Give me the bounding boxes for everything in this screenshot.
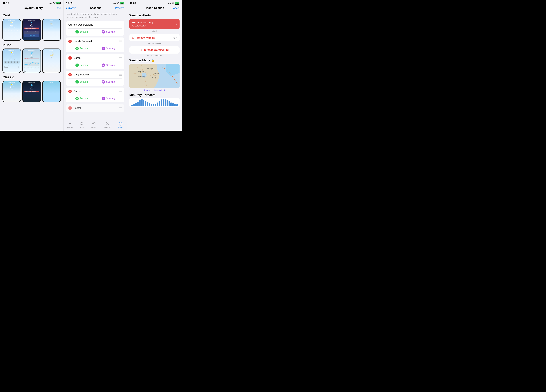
drag-handle-footer[interactable] (119, 107, 122, 109)
spacing-label-4: Spacing (106, 97, 115, 100)
insert-section-panel: 16:09 ▪▪▪▪ 100 Insert Section Cancel Wea… (127, 0, 182, 131)
section-name-footer: Footer (74, 106, 81, 110)
chart-bar (169, 101, 170, 105)
add-section-btn-2[interactable]: + Section (75, 64, 88, 67)
tab-weather[interactable]: Weather (67, 122, 73, 128)
spacing-btn-3[interactable]: Spacing (102, 80, 115, 84)
time-panel1: 16:10 (3, 2, 9, 5)
sections-content: Insert, delete, rearrange, or change spa… (64, 11, 127, 120)
tab-carrot-label: CARROT (104, 127, 110, 128)
remove-daily-btn[interactable] (68, 73, 72, 76)
svg-point-40 (93, 123, 94, 124)
add-section-btn-4[interactable]: + Section (75, 97, 88, 100)
remove-footer-btn[interactable] (68, 106, 72, 110)
wifi-icon3 (172, 2, 174, 4)
wifi-icon (53, 2, 56, 4)
done-button[interactable]: Done (55, 7, 61, 10)
phone-classic-2[interactable]: San Francisco 24° Feels 23° Tornado Warn… (22, 81, 41, 102)
spacing-btn-0[interactable]: Spacing (102, 30, 115, 33)
chart-bar (157, 103, 158, 105)
minutely-chart[interactable] (129, 98, 180, 107)
section-name-cards1: Cards (74, 56, 80, 59)
add-section-label-4: Section (80, 97, 88, 100)
simple-centered-row[interactable]: ⚠ Tornado Warning | +2 (129, 46, 180, 53)
spacing-circle-icon-4 (102, 97, 105, 100)
section-footer: Footer (66, 104, 124, 112)
svg-point-36 (70, 123, 71, 124)
remove-cards1-btn[interactable] (68, 56, 72, 60)
sections-title: Sections (90, 7, 101, 10)
add-section-btn-3[interactable]: + Section (75, 80, 88, 84)
nav-bar-panel1: Layout Gallery Done (0, 6, 63, 11)
tab-maps[interactable]: Maps (80, 122, 84, 128)
phone-inline-3[interactable]: San Fran... 🌙 1 (42, 48, 61, 73)
drag-handle-cards2[interactable] (119, 91, 122, 92)
spacing-btn-4[interactable]: Spacing (102, 97, 115, 100)
gallery-scroll: Card San Francisco 21° Feels 22° Enjoy t… (0, 11, 63, 131)
tab-settings[interactable]: Settings (118, 122, 123, 128)
premium-note: Premium Ultra required (129, 89, 180, 91)
add-section-btn-1[interactable]: + Section (75, 47, 88, 50)
tab-carrot[interactable]: CARROT (104, 122, 110, 128)
remove-cards2-btn[interactable] (68, 90, 72, 93)
simple-justified-count: +2 (173, 37, 176, 39)
insert-content: Weather Alerts Tornado Warning +2 other … (127, 11, 182, 131)
nav-bar-panel2: Classic Sections Preview (64, 6, 127, 11)
classic-section-label: Classic (2, 75, 61, 79)
phone-inline-1[interactable]: San Francisco 21° Feels 22° Helio San Fr… (2, 48, 21, 73)
add-section-btn-0[interactable]: + Section (75, 30, 88, 33)
tornado-warning-card[interactable]: Tornado Warning +2 other alerts › (129, 19, 180, 29)
spacing-btn-1[interactable]: Spacing (102, 47, 115, 50)
back-button[interactable]: Classic (66, 7, 76, 10)
preview-button[interactable]: Preview (115, 7, 124, 10)
add-circle-icon-1: + (75, 47, 79, 50)
alert-card-text: Tornado Warning +2 other alerts (132, 21, 153, 27)
section-cards-2: Cards + Section Spacing (66, 87, 124, 102)
svg-point-4 (12, 52, 13, 53)
phone-card-dark[interactable]: San Francisco 24° Feels 23° Tornado Warn… (22, 19, 41, 41)
battery-icon: 100 (56, 2, 61, 4)
section-name-cards2: Cards (74, 90, 80, 93)
drag-handle-daily[interactable] (119, 74, 122, 76)
status-icons-panel1: ▪▪▪▪ 100 (49, 2, 61, 4)
phone-card-partial[interactable]: San Fran... ⛅ — (42, 19, 61, 41)
section-actions-cards1: + Section Spacing (68, 62, 122, 69)
phone-card-light[interactable]: San Francisco 21° Feels 22° Enjoy this s… (2, 19, 21, 41)
phone-classic-3[interactable]: San Fran... (42, 81, 61, 102)
drag-handle-hourly[interactable] (119, 40, 122, 42)
remove-hourly-btn[interactable] (68, 40, 72, 43)
weather-maps-header: Weather Maps (129, 59, 150, 62)
chart-bar (172, 103, 174, 105)
status-icons-panel2: ▪▪▪▪ 100 (113, 2, 124, 4)
weather-map[interactable]: Santa Rosa Sacramento San Francisco Stoc… (129, 64, 180, 88)
spacing-circle-icon-1 (102, 47, 105, 50)
drag-handle-cards1[interactable] (119, 57, 122, 59)
tab-locations[interactable]: Locations (91, 122, 97, 128)
card-phone-row: San Francisco 21° Feels 22° Enjoy this s… (2, 19, 61, 41)
svg-point-6 (31, 52, 32, 53)
status-bar-panel2: 16:09 ▪▪▪▪ 100 (64, 0, 127, 6)
chart-bar (155, 104, 156, 105)
simple-justified-left: ⚠ Tornado Warning (132, 36, 155, 39)
chart-bar (170, 103, 172, 105)
section-name-current: Current Observations (68, 23, 93, 26)
simple-centered-content: ⚠ Tornado Warning | +2 (140, 48, 169, 52)
phone-inline-2[interactable]: San Francisco 24° Feels 23° ⚠Tornado War… (22, 48, 41, 73)
chart-bar (162, 99, 164, 105)
simple-justified-row[interactable]: ⚠ Tornado Warning +2 › (129, 34, 180, 41)
phone-classic-1[interactable]: San Francisco 21° Feels 22° (2, 81, 21, 102)
add-section-label-1: Section (80, 47, 88, 50)
battery-icon3: 100 (175, 2, 179, 4)
spacing-btn-2[interactable]: Spacing (102, 64, 115, 67)
chart-bar (159, 101, 160, 105)
add-circle-icon-0: + (75, 30, 79, 33)
cancel-button[interactable]: Cancel (171, 7, 180, 10)
wifi-icon2 (117, 2, 119, 4)
section-hourly-forecast: Hourly Forecast + Section Spacing (66, 38, 124, 52)
chart-bar (167, 100, 168, 105)
section-current-observations: Current Observations + Section Spacing (66, 21, 124, 36)
spacing-circle-icon-3 (102, 80, 105, 84)
alert-subtitle: +2 other alerts (132, 25, 153, 27)
spacing-label-1: Spacing (106, 47, 115, 50)
chart-bar (165, 99, 166, 105)
